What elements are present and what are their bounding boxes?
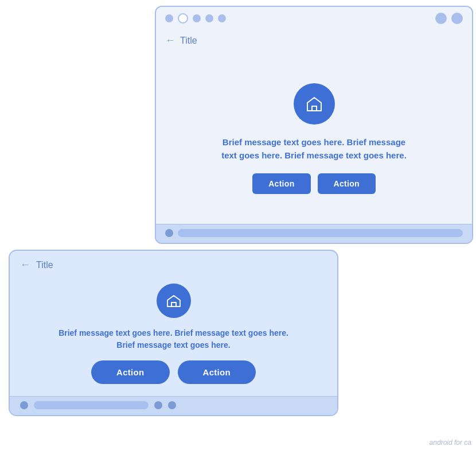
actions-row-front: Action Action <box>91 360 256 384</box>
nav-pill-front <box>34 401 149 409</box>
nav-dot-front-2 <box>154 401 162 409</box>
back-arrow-back[interactable]: ← <box>165 34 175 46</box>
action1-button-front[interactable]: Action <box>91 360 169 384</box>
status-dot-1 <box>165 14 173 22</box>
message-text-front: Brief message text goes here. Brief mess… <box>53 327 294 351</box>
svg-rect-1 <box>171 302 176 307</box>
nav-dot-front <box>20 401 28 409</box>
title-front: Title <box>36 260 53 270</box>
bottom-nav-back <box>156 224 472 243</box>
home-icon-front <box>157 284 191 318</box>
action2-button-front[interactable]: Action <box>178 360 256 384</box>
nav-dot-front-3 <box>168 401 176 409</box>
status-dot-4 <box>205 14 213 22</box>
title-back: Title <box>180 36 197 46</box>
app-bar-back: ← Title <box>156 30 472 53</box>
action1-button-back[interactable]: Action <box>252 173 310 194</box>
actions-row-back: Action Action <box>252 173 376 194</box>
back-arrow-front[interactable]: ← <box>20 259 30 271</box>
status-dot-right-1 <box>435 13 447 24</box>
bottom-nav-dot-back <box>165 229 173 237</box>
app-bar-front: ← Title <box>10 251 337 276</box>
content-area-front: Brief message text goes here. Brief mess… <box>10 276 337 396</box>
bottom-bar-front <box>10 396 337 415</box>
front-screen: ← Title Brief message text goes here. Br… <box>9 250 338 416</box>
message-text-back: Brief message text goes here. Brief mess… <box>214 136 415 162</box>
status-dot-3 <box>193 14 201 22</box>
home-icon-back <box>294 83 335 125</box>
status-dot-2 <box>178 13 188 24</box>
content-area-back: Brief message text goes here. Brief mess… <box>156 53 472 224</box>
svg-rect-0 <box>312 106 317 111</box>
status-dot-5 <box>218 14 226 22</box>
watermark: android for ca <box>430 439 471 447</box>
action2-button-back[interactable]: Action <box>318 173 376 194</box>
bottom-nav-pill-back <box>178 229 463 237</box>
status-bar-back <box>156 7 472 30</box>
status-dot-right-2 <box>451 13 463 24</box>
status-bar-left <box>165 13 226 24</box>
status-bar-right <box>435 13 463 24</box>
back-screen: ← Title Brief message text goes here. Br… <box>155 6 473 244</box>
